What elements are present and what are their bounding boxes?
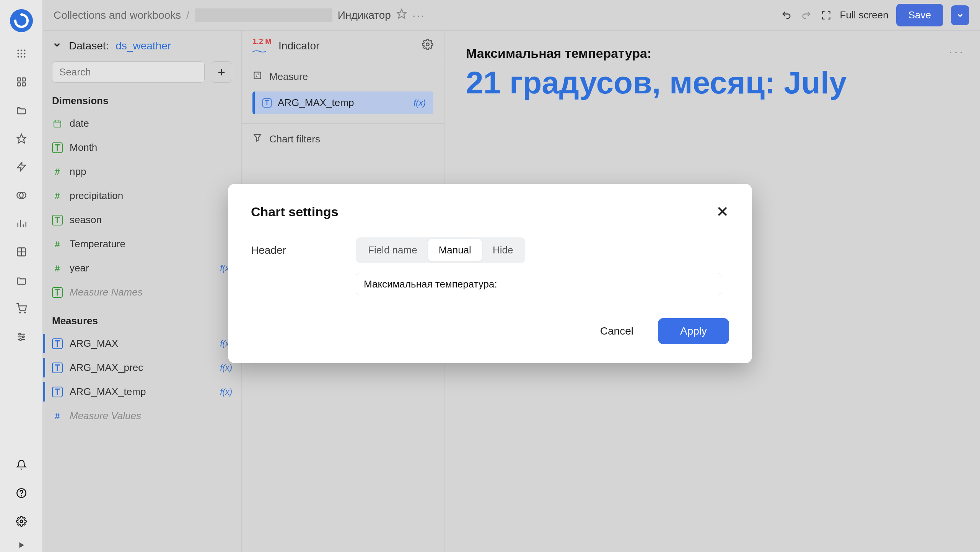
header-text-input[interactable] <box>356 273 722 295</box>
header-option-label: Header <box>251 244 339 256</box>
seg-manual[interactable]: Manual <box>428 239 482 261</box>
chart-settings-modal: Chart settings ✕ Header Field name Manua… <box>228 184 752 363</box>
modal-overlay: Chart settings ✕ Header Field name Manua… <box>0 0 980 552</box>
seg-field-name[interactable]: Field name <box>357 239 428 261</box>
cancel-button[interactable]: Cancel <box>591 319 643 343</box>
header-mode-segment: Field name Manual Hide <box>356 237 525 263</box>
seg-hide[interactable]: Hide <box>482 239 524 261</box>
modal-close-button[interactable]: ✕ <box>716 203 729 220</box>
modal-title: Chart settings <box>251 204 339 219</box>
apply-button[interactable]: Apply <box>658 318 729 344</box>
